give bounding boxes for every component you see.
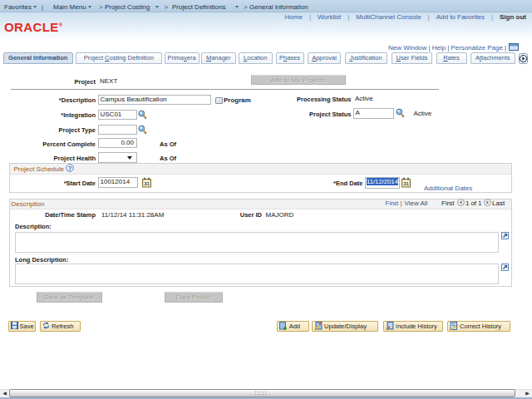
svg-text:?: ?	[68, 165, 72, 172]
svg-text:31: 31	[403, 181, 409, 186]
